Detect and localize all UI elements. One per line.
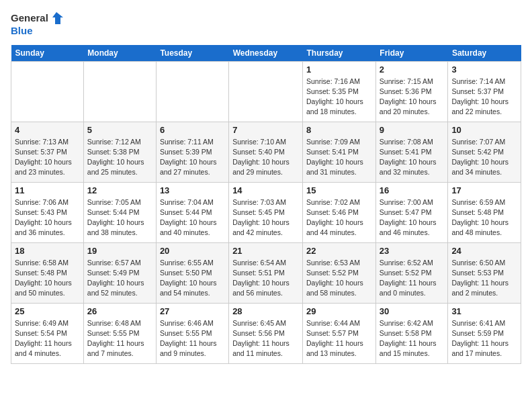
day-number: 30 (380, 306, 445, 316)
day-info: Sunrise: 6:57 AM Sunset: 5:49 PM Dayligh… (87, 258, 152, 299)
header-saturday: Saturday (448, 45, 521, 62)
calendar-week-row: 25Sunrise: 6:49 AM Sunset: 5:54 PM Dayli… (11, 303, 521, 363)
calendar-cell (83, 61, 156, 122)
day-number: 12 (87, 185, 152, 195)
day-info: Sunrise: 6:48 AM Sunset: 5:55 PM Dayligh… (87, 318, 152, 359)
day-info: Sunrise: 7:08 AM Sunset: 5:41 PM Dayligh… (380, 137, 445, 178)
header-tuesday: Tuesday (156, 45, 228, 62)
day-number: 7 (232, 125, 299, 135)
day-number: 27 (160, 306, 225, 316)
header-sunday: Sunday (11, 45, 84, 62)
day-number: 14 (232, 185, 299, 195)
day-info: Sunrise: 7:04 AM Sunset: 5:44 PM Dayligh… (160, 197, 225, 238)
header-monday: Monday (83, 45, 156, 62)
calendar-cell: 15Sunrise: 7:02 AM Sunset: 5:46 PM Dayli… (303, 182, 376, 242)
day-number: 25 (15, 306, 80, 316)
calendar-cell: 5Sunrise: 7:12 AM Sunset: 5:38 PM Daylig… (83, 122, 156, 182)
calendar-cell: 22Sunrise: 6:53 AM Sunset: 5:52 PM Dayli… (303, 242, 376, 303)
day-number: 17 (451, 185, 517, 195)
calendar-cell: 17Sunrise: 6:59 AM Sunset: 5:48 PM Dayli… (448, 182, 521, 242)
header-friday: Friday (375, 45, 448, 62)
day-number: 13 (160, 185, 225, 195)
day-info: Sunrise: 6:55 AM Sunset: 5:50 PM Dayligh… (160, 258, 225, 299)
day-info: Sunrise: 7:14 AM Sunset: 5:37 PM Dayligh… (451, 77, 517, 118)
calendar-cell: 24Sunrise: 6:50 AM Sunset: 5:53 PM Dayli… (448, 242, 521, 303)
day-number: 31 (451, 306, 517, 316)
day-number: 11 (15, 185, 80, 195)
header-wednesday: Wednesday (229, 45, 303, 62)
calendar-cell (229, 61, 303, 122)
calendar-cell: 6Sunrise: 7:11 AM Sunset: 5:39 PM Daylig… (156, 122, 228, 182)
calendar-header-row: SundayMondayTuesdayWednesdayThursdayFrid… (11, 45, 521, 62)
day-number: 28 (232, 306, 299, 316)
calendar-cell: 23Sunrise: 6:52 AM Sunset: 5:52 PM Dayli… (375, 242, 448, 303)
calendar-cell: 30Sunrise: 6:42 AM Sunset: 5:58 PM Dayli… (375, 303, 448, 363)
day-info: Sunrise: 7:11 AM Sunset: 5:39 PM Dayligh… (160, 137, 225, 178)
day-number: 16 (380, 185, 445, 195)
day-number: 3 (451, 64, 517, 75)
page-header: General Blue (11, 11, 521, 37)
day-info: Sunrise: 6:44 AM Sunset: 5:57 PM Dayligh… (306, 318, 372, 359)
day-number: 22 (306, 246, 372, 256)
calendar-cell: 8Sunrise: 7:09 AM Sunset: 5:41 PM Daylig… (303, 122, 376, 182)
logo-bird-icon (50, 11, 64, 26)
calendar-cell: 7Sunrise: 7:10 AM Sunset: 5:40 PM Daylig… (229, 122, 303, 182)
day-number: 23 (380, 246, 445, 256)
day-info: Sunrise: 6:59 AM Sunset: 5:48 PM Dayligh… (451, 197, 517, 238)
calendar-cell: 3Sunrise: 7:14 AM Sunset: 5:37 PM Daylig… (448, 61, 521, 122)
calendar-cell: 11Sunrise: 7:06 AM Sunset: 5:43 PM Dayli… (11, 182, 84, 242)
logo-blue: Blue (11, 26, 64, 37)
day-info: Sunrise: 6:53 AM Sunset: 5:52 PM Dayligh… (306, 258, 372, 299)
calendar-table: SundayMondayTuesdayWednesdayThursdayFrid… (11, 45, 521, 364)
day-number: 6 (160, 125, 225, 135)
day-number: 26 (87, 306, 152, 316)
day-number: 8 (306, 125, 372, 135)
day-number: 20 (160, 246, 225, 256)
calendar-cell: 2Sunrise: 7:15 AM Sunset: 5:36 PM Daylig… (375, 61, 448, 122)
calendar-cell: 27Sunrise: 6:46 AM Sunset: 5:55 PM Dayli… (156, 303, 228, 363)
calendar-cell: 14Sunrise: 7:03 AM Sunset: 5:45 PM Dayli… (229, 182, 303, 242)
day-info: Sunrise: 6:46 AM Sunset: 5:55 PM Dayligh… (160, 318, 225, 359)
day-info: Sunrise: 6:54 AM Sunset: 5:51 PM Dayligh… (232, 258, 299, 299)
calendar-cell: 21Sunrise: 6:54 AM Sunset: 5:51 PM Dayli… (229, 242, 303, 303)
day-number: 21 (232, 246, 299, 256)
calendar-cell: 28Sunrise: 6:45 AM Sunset: 5:56 PM Dayli… (229, 303, 303, 363)
calendar-week-row: 18Sunrise: 6:58 AM Sunset: 5:48 PM Dayli… (11, 242, 521, 303)
day-info: Sunrise: 6:58 AM Sunset: 5:48 PM Dayligh… (15, 258, 80, 299)
day-info: Sunrise: 7:15 AM Sunset: 5:36 PM Dayligh… (380, 77, 445, 118)
day-info: Sunrise: 6:49 AM Sunset: 5:54 PM Dayligh… (15, 318, 80, 359)
day-info: Sunrise: 6:45 AM Sunset: 5:56 PM Dayligh… (232, 318, 299, 359)
calendar-cell: 13Sunrise: 7:04 AM Sunset: 5:44 PM Dayli… (156, 182, 228, 242)
calendar-cell: 4Sunrise: 7:13 AM Sunset: 5:37 PM Daylig… (11, 122, 84, 182)
logo: General Blue (11, 11, 64, 37)
svg-marker-0 (52, 12, 63, 24)
day-number: 10 (451, 125, 517, 135)
day-info: Sunrise: 7:16 AM Sunset: 5:35 PM Dayligh… (306, 77, 372, 118)
day-info: Sunrise: 6:50 AM Sunset: 5:53 PM Dayligh… (451, 258, 517, 299)
day-number: 1 (306, 64, 372, 75)
calendar-week-row: 11Sunrise: 7:06 AM Sunset: 5:43 PM Dayli… (11, 182, 521, 242)
calendar-cell: 9Sunrise: 7:08 AM Sunset: 5:41 PM Daylig… (375, 122, 448, 182)
calendar-cell: 1Sunrise: 7:16 AM Sunset: 5:35 PM Daylig… (303, 61, 376, 122)
day-number: 4 (15, 125, 80, 135)
calendar-week-row: 4Sunrise: 7:13 AM Sunset: 5:37 PM Daylig… (11, 122, 521, 182)
calendar-cell: 12Sunrise: 7:05 AM Sunset: 5:44 PM Dayli… (83, 182, 156, 242)
day-number: 19 (87, 246, 152, 256)
day-number: 29 (306, 306, 372, 316)
day-info: Sunrise: 7:06 AM Sunset: 5:43 PM Dayligh… (15, 197, 80, 238)
day-number: 18 (15, 246, 80, 256)
day-number: 24 (451, 246, 517, 256)
day-info: Sunrise: 7:00 AM Sunset: 5:47 PM Dayligh… (380, 197, 445, 238)
day-number: 15 (306, 185, 372, 195)
day-number: 2 (380, 64, 445, 75)
header-thursday: Thursday (303, 45, 376, 62)
day-info: Sunrise: 7:02 AM Sunset: 5:46 PM Dayligh… (306, 197, 372, 238)
day-info: Sunrise: 7:12 AM Sunset: 5:38 PM Dayligh… (87, 137, 152, 178)
calendar-cell: 25Sunrise: 6:49 AM Sunset: 5:54 PM Dayli… (11, 303, 84, 363)
calendar-cell: 16Sunrise: 7:00 AM Sunset: 5:47 PM Dayli… (375, 182, 448, 242)
day-info: Sunrise: 6:41 AM Sunset: 5:59 PM Dayligh… (451, 318, 517, 359)
calendar-cell: 10Sunrise: 7:07 AM Sunset: 5:42 PM Dayli… (448, 122, 521, 182)
calendar-cell: 29Sunrise: 6:44 AM Sunset: 5:57 PM Dayli… (303, 303, 376, 363)
day-info: Sunrise: 7:13 AM Sunset: 5:37 PM Dayligh… (15, 137, 80, 178)
day-info: Sunrise: 7:03 AM Sunset: 5:45 PM Dayligh… (232, 197, 299, 238)
